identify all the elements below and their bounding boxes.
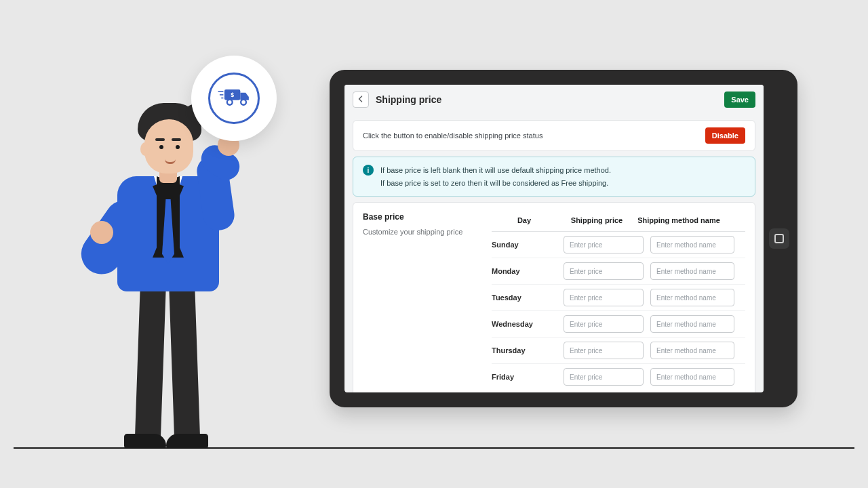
status-card: Click the button to enable/disable shipp… (353, 120, 755, 151)
day-label: Sunday (492, 241, 557, 249)
price-input[interactable] (564, 289, 644, 306)
back-button[interactable] (353, 92, 369, 108)
arrow-left-icon (357, 95, 365, 104)
tablet-home-button[interactable] (769, 228, 789, 249)
status-message: Click the button to enable/disable shipp… (363, 131, 705, 140)
table-row: Sunday (492, 232, 745, 258)
method-input[interactable] (650, 262, 734, 280)
app-screen: Shipping price Save Click the button to … (344, 85, 764, 392)
table-row: Tuesday (492, 285, 745, 311)
section-subtext: Customize your shipping price (363, 227, 485, 237)
day-label: Wednesday (492, 320, 557, 328)
method-input[interactable] (650, 368, 734, 386)
base-price-panel: Base price Customize your shipping price… (353, 202, 755, 392)
app-badge: $ (191, 56, 277, 141)
method-input[interactable] (650, 289, 734, 306)
price-input[interactable] (564, 368, 644, 386)
info-icon: i (363, 165, 374, 176)
header-day: Day (492, 216, 557, 224)
info-line-2: If base price is set to zero then it wil… (380, 177, 745, 190)
info-line-1: If base price is left blank then it will… (380, 164, 745, 177)
header-price: Shipping price (557, 216, 637, 224)
info-banner: i If base price is left blank then it wi… (353, 157, 755, 197)
disable-button[interactable]: Disable (705, 127, 745, 144)
day-label: Thursday (492, 346, 557, 354)
svg-text:$: $ (231, 92, 234, 98)
day-label: Tuesday (492, 293, 557, 302)
table-row: Wednesday (492, 311, 745, 338)
method-input[interactable] (650, 236, 734, 253)
topbar: Shipping price Save (344, 85, 764, 115)
method-input[interactable] (650, 342, 734, 359)
price-input[interactable] (564, 315, 644, 333)
shipping-truck-icon: $ (217, 85, 251, 112)
page-title: Shipping price (376, 94, 724, 105)
day-label: Friday (492, 373, 557, 381)
tablet-frame: Shipping price Save Click the button to … (330, 70, 797, 407)
price-input[interactable] (564, 262, 644, 280)
table-row: Friday (492, 364, 745, 390)
method-input[interactable] (650, 315, 734, 333)
svg-point-1 (227, 100, 233, 105)
price-input[interactable] (564, 342, 644, 359)
svg-point-2 (241, 100, 246, 105)
price-input[interactable] (564, 236, 644, 253)
section-heading: Base price (363, 212, 485, 222)
table-header: Day Shipping price Shipping method name (492, 212, 745, 232)
table-row: Monday (492, 258, 745, 285)
table-row: Thursday (492, 338, 745, 364)
header-method: Shipping method name (637, 216, 721, 224)
day-label: Monday (492, 267, 557, 275)
save-button[interactable]: Save (724, 92, 755, 108)
